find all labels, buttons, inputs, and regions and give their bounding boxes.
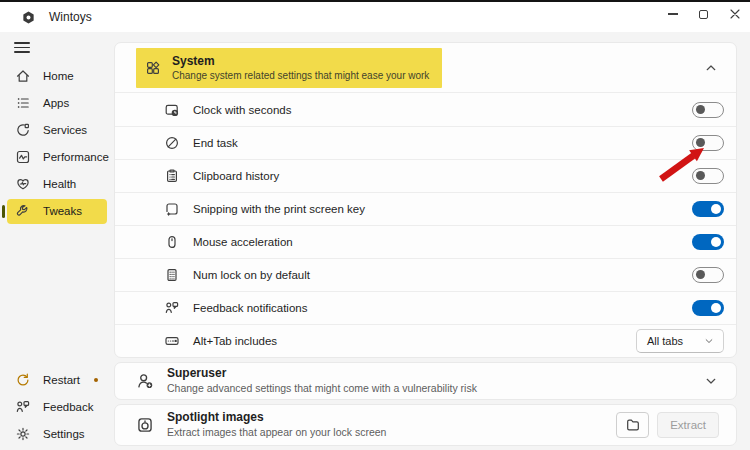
setting-row-clipboard-history: Clipboard history — [115, 159, 736, 192]
close-button[interactable] — [719, 2, 750, 26]
home-icon — [15, 68, 31, 84]
system-section: System Change system related settings th… — [114, 42, 737, 358]
chevron-down-icon — [703, 335, 715, 347]
services-icon — [15, 122, 31, 138]
setting-label: Mouse acceleration — [193, 236, 293, 248]
wintoys-logo-icon — [21, 10, 36, 25]
minimize-icon — [668, 13, 678, 14]
sidebar-item-restart[interactable]: Restart — [7, 367, 107, 392]
extract-button[interactable]: Extract — [657, 412, 719, 438]
window-title: Wintoys — [49, 10, 92, 24]
mouse-icon — [164, 234, 180, 250]
setting-row-alt-tab-includes: Alt+Tab includesAll tabs — [115, 324, 736, 357]
restart-badge-dot — [94, 378, 98, 382]
spotlight-actions: Extract — [616, 412, 719, 438]
spotlight-section: Spotlight images Extract images that app… — [114, 404, 737, 446]
system-settings-rows: Clock with secondsEnd taskClipboard hist… — [115, 92, 736, 357]
window-controls — [657, 2, 750, 32]
maximize-icon — [699, 10, 708, 19]
toggle-end-task[interactable] — [692, 135, 724, 151]
sidebar-item-apps[interactable]: Apps — [7, 91, 107, 116]
main-content: System Change system related settings th… — [113, 32, 750, 450]
clock-icon — [164, 102, 180, 118]
sidebar-item-label: Health — [43, 178, 76, 190]
setting-label: Alt+Tab includes — [193, 335, 277, 347]
toggle-mouse-acceleration[interactable] — [692, 234, 724, 250]
toggle-clipboard-history[interactable] — [692, 168, 724, 184]
sidebar-item-label: Restart — [43, 374, 80, 386]
sidebar-item-label: Performance — [43, 151, 109, 163]
system-subtitle: Change system related settings that migh… — [172, 69, 429, 82]
setting-row-num-lock-on-by-default: Num lock on by default — [115, 258, 736, 291]
setting-row-mouse-acceleration: Mouse acceleration — [115, 225, 736, 258]
sidebar-item-home[interactable]: Home — [7, 64, 107, 89]
wintoys-window: Wintoys HomeAppsServicesPerformanceHealt… — [0, 0, 750, 450]
sidebar-nav: HomeAppsServicesPerformanceHealthTweaks — [0, 63, 113, 225]
superuser-title: Superuser — [167, 366, 477, 382]
close-icon — [730, 9, 740, 19]
restart-icon — [15, 372, 31, 388]
dropdown-alt-tab-includes[interactable]: All tabs — [636, 329, 724, 353]
feedback-icon — [164, 300, 180, 316]
sidebar-item-label: Home — [43, 70, 74, 82]
setting-label: Clock with seconds — [193, 104, 291, 116]
sidebar-item-label: Settings — [43, 428, 85, 440]
sidebar-item-label: Feedback — [43, 401, 94, 413]
alt-tab-icon — [164, 333, 180, 349]
numpad-icon — [164, 267, 180, 283]
tweaks-icon — [15, 203, 31, 219]
setting-row-end-task: End task — [115, 126, 736, 159]
chevron-up-icon[interactable] — [703, 60, 719, 76]
toggle-num-lock-on-by-default[interactable] — [692, 267, 724, 283]
sidebar-item-services[interactable]: Services — [7, 118, 107, 143]
spotlight-title: Spotlight images — [167, 410, 386, 426]
chevron-down-icon[interactable] — [703, 373, 719, 389]
system-icon — [145, 60, 161, 76]
dropdown-value: All tabs — [647, 335, 683, 347]
folder-icon — [625, 417, 641, 433]
sidebar-item-label: Apps — [43, 97, 69, 109]
sidebar-item-tweaks[interactable]: Tweaks — [7, 199, 107, 224]
superuser-subtitle: Change advanced settings that might come… — [167, 382, 477, 396]
superuser-icon — [136, 372, 154, 390]
setting-row-feedback-notifications: Feedback notifications — [115, 291, 736, 324]
toggle-feedback-notifications[interactable] — [692, 300, 724, 316]
sidebar-item-label: Tweaks — [43, 205, 82, 217]
setting-label: Snipping with the print screen key — [193, 203, 365, 215]
sidebar: HomeAppsServicesPerformanceHealthTweaks … — [0, 32, 113, 450]
sidebar-item-label: Services — [43, 124, 87, 136]
toggle-clock-with-seconds[interactable] — [692, 102, 724, 118]
end-task-icon — [164, 135, 180, 151]
navigation-menu-icon[interactable] — [14, 42, 30, 53]
clipboard-icon — [164, 168, 180, 184]
snipping-icon — [164, 201, 180, 217]
setting-label: Feedback notifications — [193, 302, 307, 314]
sidebar-item-performance[interactable]: Performance — [7, 145, 107, 170]
superuser-section[interactable]: Superuser Change advanced settings that … — [114, 362, 737, 400]
maximize-button[interactable] — [688, 2, 719, 26]
settings-icon — [15, 426, 31, 442]
sidebar-item-health[interactable]: Health — [7, 172, 107, 197]
apps-icon — [15, 95, 31, 111]
feedback-icon — [15, 399, 31, 415]
setting-row-clock-with-seconds: Clock with seconds — [115, 93, 736, 126]
performance-icon — [15, 149, 31, 165]
setting-label: Num lock on by default — [193, 269, 310, 281]
spotlight-subtitle: Extract images that appear on your lock … — [167, 426, 386, 440]
minimize-button[interactable] — [657, 2, 688, 26]
open-folder-button[interactable] — [616, 412, 649, 438]
setting-label: End task — [193, 137, 238, 149]
setting-label: Clipboard history — [193, 170, 279, 182]
setting-row-snipping-with-the-print-screen-key: Snipping with the print screen key — [115, 192, 736, 225]
titlebar: Wintoys — [0, 2, 750, 32]
toggle-snipping-with-the-print-screen-key[interactable] — [692, 201, 724, 217]
sidebar-item-settings[interactable]: Settings — [7, 421, 107, 446]
system-title: System — [172, 54, 429, 69]
system-expander-header[interactable]: System Change system related settings th… — [115, 43, 736, 92]
sidebar-footer-nav: RestartFeedbackSettings — [0, 366, 113, 447]
sidebar-item-feedback[interactable]: Feedback — [7, 394, 107, 419]
health-icon — [15, 176, 31, 192]
spotlight-images-icon — [136, 416, 154, 434]
system-header-highlight: System Change system related settings th… — [136, 48, 442, 88]
